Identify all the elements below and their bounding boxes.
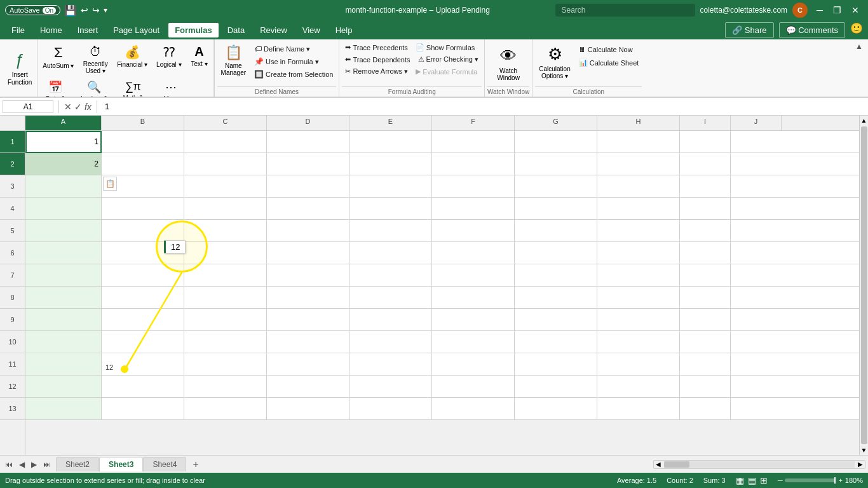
cell-D7[interactable] <box>267 264 349 287</box>
row-header-8[interactable]: 8 <box>0 287 25 309</box>
cell-A8[interactable] <box>25 287 102 309</box>
cell-I10[interactable] <box>680 331 731 353</box>
calculate-now-button[interactable]: 🖩 Calculate Now <box>576 44 642 55</box>
cell-G13[interactable] <box>515 398 597 420</box>
add-sheet-button[interactable]: + <box>186 456 205 473</box>
cell-E1[interactable] <box>349 131 432 153</box>
cell-G11[interactable] <box>515 353 597 376</box>
cell-C7[interactable] <box>184 264 267 287</box>
restore-button[interactable]: ❐ <box>829 4 845 17</box>
cell-I7[interactable] <box>680 264 731 287</box>
define-name-button[interactable]: 🏷 Define Name ▾ <box>251 43 336 55</box>
cell-I8[interactable] <box>680 287 731 309</box>
cell-C6[interactable] <box>184 242 267 264</box>
page-layout-view-button[interactable]: ▤ <box>748 475 756 485</box>
cell-B1[interactable] <box>102 131 184 153</box>
date-time-button[interactable]: 📅 Date &Time ▾ <box>39 78 72 98</box>
cell-A5[interactable] <box>25 220 102 242</box>
cell-H6[interactable] <box>597 242 680 264</box>
cell-J5[interactable] <box>731 220 859 242</box>
cell-F3[interactable] <box>432 175 515 198</box>
cell-G5[interactable] <box>515 220 597 242</box>
cell-B6[interactable] <box>102 242 184 264</box>
cell-H13[interactable] <box>597 398 680 420</box>
cell-E12[interactable] <box>349 376 432 398</box>
math-trig-button[interactable]: ∑π Math &Trig ▾ <box>116 78 149 98</box>
row-header-1[interactable]: 1 <box>0 131 25 153</box>
cell-C4[interactable] <box>184 198 267 220</box>
minimize-button[interactable]: ─ <box>813 4 827 17</box>
row-header-10[interactable]: 10 <box>0 331 25 353</box>
cell-H7[interactable] <box>597 264 680 287</box>
cell-A6[interactable] <box>25 242 102 264</box>
cell-H11[interactable] <box>597 353 680 376</box>
cell-F8[interactable] <box>432 287 515 309</box>
row-header-5[interactable]: 5 <box>0 220 25 242</box>
formula-confirm-icon[interactable]: ✓ <box>74 102 82 112</box>
col-header-E[interactable]: E <box>349 116 432 130</box>
cell-F13[interactable] <box>432 398 515 420</box>
autosum-button[interactable]: Σ AutoSum ▾ <box>39 42 78 77</box>
cell-C5[interactable] <box>184 220 267 242</box>
fx-label[interactable]: fx <box>85 102 92 112</box>
cell-H3[interactable] <box>597 175 680 198</box>
cell-F11[interactable] <box>432 353 515 376</box>
cell-H8[interactable] <box>597 287 680 309</box>
cell-D12[interactable] <box>267 376 349 398</box>
cell-F2[interactable] <box>432 153 515 175</box>
cell-B13[interactable] <box>102 398 184 420</box>
cell-B5[interactable] <box>102 220 184 242</box>
cell-J12[interactable] <box>731 376 859 398</box>
menu-review[interactable]: Review <box>254 23 294 37</box>
cell-B8[interactable] <box>102 287 184 309</box>
show-formulas-button[interactable]: 📄 Show Formulas <box>412 42 478 53</box>
cell-I1[interactable] <box>680 131 731 153</box>
cell-J8[interactable] <box>731 287 859 309</box>
recently-used-button[interactable]: ⏱ RecentlyUsed ▾ <box>79 42 112 77</box>
name-manager-button[interactable]: 📋 NameManager <box>217 42 250 79</box>
sheet-tab-sheet2[interactable]: Sheet2 <box>56 457 99 471</box>
cell-J4[interactable] <box>731 198 859 220</box>
menu-page-layout[interactable]: Page Layout <box>107 23 166 37</box>
row-header-11[interactable]: 11 <box>0 353 25 376</box>
cell-E9[interactable] <box>349 309 432 331</box>
logical-button[interactable]: ⁇ Logical ▾ <box>153 42 185 77</box>
remove-arrows-button[interactable]: ✂ Remove Arrows ▾ <box>342 66 411 77</box>
cell-J7[interactable] <box>731 264 859 287</box>
page-break-view-button[interactable]: ⊞ <box>760 475 768 485</box>
cell-D1[interactable] <box>267 131 349 153</box>
cell-H2[interactable] <box>597 153 680 175</box>
watch-window-button[interactable]: 👁 WatchWindow <box>493 42 524 85</box>
cell-E7[interactable] <box>349 264 432 287</box>
cell-H10[interactable] <box>597 331 680 353</box>
cell-J9[interactable] <box>731 309 859 331</box>
undo-icon[interactable]: ↩ <box>81 5 88 15</box>
row-header-12[interactable]: 12 <box>0 376 25 398</box>
cell-A1[interactable]: 1 <box>25 131 102 153</box>
cell-E2[interactable] <box>349 153 432 175</box>
cell-H4[interactable] <box>597 198 680 220</box>
menu-file[interactable]: File <box>5 23 31 37</box>
row-header-6[interactable]: 6 <box>0 242 25 264</box>
sheet-tab-sheet4[interactable]: Sheet4 <box>143 457 186 471</box>
scroll-right-button[interactable]: ▶ <box>856 461 865 468</box>
cell-G12[interactable] <box>515 376 597 398</box>
paste-icon[interactable]: 📋 <box>103 177 117 191</box>
formula-input[interactable] <box>102 100 865 112</box>
cell-B12[interactable] <box>102 376 184 398</box>
trace-dependents-button[interactable]: ⬅ Trace Dependents <box>342 54 413 65</box>
customize-icon[interactable]: ▾ <box>104 6 107 15</box>
cell-B7[interactable] <box>102 264 184 287</box>
col-header-H[interactable]: H <box>597 116 680 130</box>
cell-C1[interactable] <box>184 131 267 153</box>
trace-precedents-button[interactable]: ➡ Trace Precedents <box>342 42 410 53</box>
cell-E6[interactable] <box>349 242 432 264</box>
cell-D6[interactable] <box>267 242 349 264</box>
cell-B9[interactable] <box>102 309 184 331</box>
cell-A4[interactable] <box>25 198 102 220</box>
cell-C8[interactable] <box>184 287 267 309</box>
cell-I11[interactable] <box>680 353 731 376</box>
cell-G3[interactable] <box>515 175 597 198</box>
use-in-formula-button[interactable]: 📌 Use in Formula ▾ <box>251 56 336 67</box>
menu-home[interactable]: Home <box>34 23 69 37</box>
